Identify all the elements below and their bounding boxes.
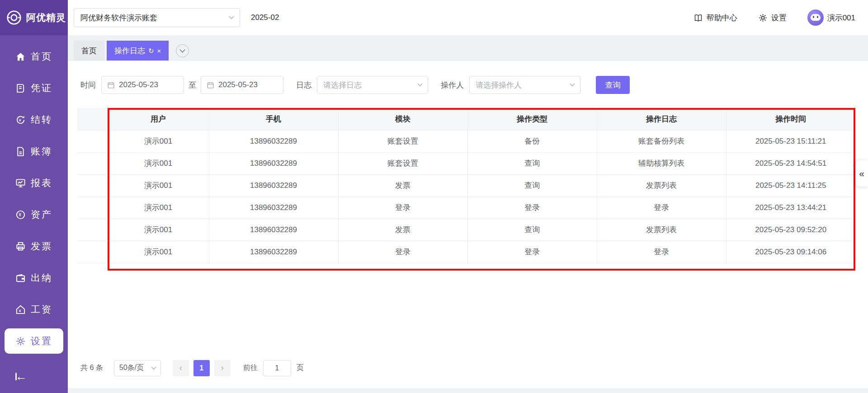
table-cell: 2025-05-23 13:44:21 xyxy=(726,196,855,219)
table-cell: 2025-05-23 14:11:25 xyxy=(726,174,855,196)
table-row: 演示00113896032289账套设置查询辅助核算列表2025-05-23 1… xyxy=(77,152,855,174)
table-cell: 发票 xyxy=(338,174,467,196)
sidebar-item-label: 凭证 xyxy=(31,82,52,94)
log-table-zone: 用户手机模块操作类型操作日志操作时间 演示00113896032289账套设置备… xyxy=(77,108,855,263)
sidebar-item-2[interactable]: 凭证 xyxy=(0,72,68,104)
main-area: 阿优财务软件演示账套 2025-02 帮助中心 设置 xyxy=(68,0,868,393)
mascot-avatar xyxy=(807,9,824,26)
table-header: 用户手机模块操作类型操作日志操作时间 xyxy=(77,108,855,130)
page-size-select[interactable]: 50条/页 xyxy=(114,360,161,376)
table-cell: 13896032289 xyxy=(209,152,338,174)
log-filter-label: 日志 xyxy=(296,80,311,90)
sidebar-item-7[interactable]: 发票 xyxy=(0,230,68,262)
table-cell: 登录 xyxy=(338,196,467,219)
account-set-select[interactable]: 阿优财务软件演示账套 xyxy=(74,8,240,27)
username-label: 演示001 xyxy=(827,13,855,23)
search-button[interactable]: 查询 xyxy=(596,76,630,94)
goto-page-input[interactable] xyxy=(263,360,291,376)
tab-home[interactable]: 首页 xyxy=(74,41,104,61)
content-panel: 时间 2025-05-23 至 2025-05-23 日志 请选择日志 xyxy=(68,61,868,388)
table-cell: 登录 xyxy=(338,241,467,263)
sidebar-item-1[interactable]: 首页 xyxy=(0,41,68,72)
settings-label: 设置 xyxy=(771,13,787,23)
table-cell: 备份 xyxy=(467,130,597,152)
sidebar-item-4[interactable]: 账簿 xyxy=(0,136,68,167)
sidebar-item-10[interactable]: 设置 xyxy=(5,328,63,354)
next-page-button[interactable]: › xyxy=(214,360,231,376)
table-cell: 查询 xyxy=(467,174,597,196)
period-label: 2025-02 xyxy=(251,13,279,22)
sidebar-item-label: 设置 xyxy=(31,335,52,347)
refresh-icon[interactable]: ↻ xyxy=(148,47,154,54)
table-row: 演示00113896032289发票查询发票列表2025-05-23 09:52… xyxy=(77,219,855,241)
page-size-value: 50条/页 xyxy=(119,363,144,373)
log-table: 用户手机模块操作类型操作日志操作时间 演示00113896032289账套设置备… xyxy=(77,108,855,263)
table-cell: 演示001 xyxy=(108,152,209,174)
date-to-input[interactable]: 2025-05-23 xyxy=(201,76,283,94)
table-cell: 13896032289 xyxy=(209,196,338,219)
help-center-label: 帮助中心 xyxy=(707,13,737,23)
close-icon[interactable]: × xyxy=(157,47,161,54)
column-header: 操作日志 xyxy=(597,108,726,130)
sidebar-item-label: 首页 xyxy=(31,50,52,63)
operator-select-placeholder: 请选择操作人 xyxy=(476,80,522,90)
column-header: 手机 xyxy=(209,108,338,130)
table-cell: 2025-05-23 09:52:20 xyxy=(726,219,855,241)
sidebar-item-6[interactable]: ¥资产 xyxy=(0,199,68,230)
table-cell: 演示001 xyxy=(108,241,209,263)
gutter-cell xyxy=(77,196,108,219)
gutter-cell xyxy=(77,130,108,152)
operator-select[interactable]: 请选择操作人 xyxy=(469,76,580,94)
invoice-icon xyxy=(15,241,26,252)
sidebar-collapse-button[interactable]: ← xyxy=(15,370,27,382)
asset-icon: ¥ xyxy=(15,210,26,220)
help-center-button[interactable]: 帮助中心 xyxy=(693,13,737,23)
tab-list-dropdown[interactable] xyxy=(176,41,189,61)
user-menu[interactable]: 演示001 xyxy=(807,9,855,26)
column-header: 操作时间 xyxy=(726,108,855,130)
page-number-button[interactable]: 1 xyxy=(193,360,210,376)
prev-page-button[interactable]: ‹ xyxy=(173,360,189,376)
sidebar-item-3[interactable]: ¥结转 xyxy=(0,104,68,136)
sidebar-item-label: 资产 xyxy=(31,208,52,221)
sidebar-item-label: 工资 xyxy=(31,303,52,316)
gutter-cell xyxy=(77,152,108,174)
sidebar-item-label: 账簿 xyxy=(31,145,52,158)
right-drawer-handle[interactable]: « xyxy=(855,160,868,187)
gutter-header-cell xyxy=(77,108,108,130)
tab-operation-log[interactable]: 操作日志 ↻ × xyxy=(107,41,169,61)
calendar-icon xyxy=(207,81,214,89)
chevron-down-icon xyxy=(570,81,575,86)
page-unit-label: 页 xyxy=(297,363,304,373)
time-filter-label: 时间 xyxy=(80,80,96,90)
table-cell: 2025-05-23 09:14:06 xyxy=(726,241,855,263)
table-cell: 13896032289 xyxy=(209,130,338,152)
sidebar-item-9[interactable]: ¥工资 xyxy=(0,294,68,325)
date-from-value: 2025-05-23 xyxy=(119,80,158,89)
sidebar-item-8[interactable]: 出纳 xyxy=(0,262,68,294)
sidebar-item-label: 报表 xyxy=(31,177,52,189)
date-from-input[interactable]: 2025-05-23 xyxy=(101,76,184,94)
pagination-bar: 共 6 条 50条/页 ‹ 1 › 前往 页 xyxy=(80,360,868,376)
table-cell: 发票列表 xyxy=(597,219,726,241)
table-cell: 账套设置 xyxy=(338,152,467,174)
operator-filter-label: 操作人 xyxy=(441,80,464,90)
header-right: 帮助中心 设置 演示001 xyxy=(693,9,855,26)
sidebar-item-label: 结转 xyxy=(31,113,52,126)
settings-button[interactable]: 设置 xyxy=(758,13,787,23)
date-to-value: 2025-05-23 xyxy=(218,80,258,89)
sidebar-nav: 首页凭证¥结转账簿报表¥资产发票出纳¥工资设置 xyxy=(0,35,68,354)
to-label: 至 xyxy=(189,80,196,90)
table-cell: 查询 xyxy=(467,219,597,241)
bottom-strip xyxy=(68,388,868,393)
svg-text:¥: ¥ xyxy=(18,117,22,122)
column-header: 用户 xyxy=(108,108,209,130)
table-cell: 13896032289 xyxy=(209,241,338,263)
log-select[interactable]: 请选择日志 xyxy=(317,76,428,94)
table-cell: 登录 xyxy=(467,241,597,263)
table-row: 演示00113896032289登录登录登录2025-05-23 09:14:0… xyxy=(77,241,855,263)
table-cell: 演示001 xyxy=(108,196,209,219)
svg-text:¥: ¥ xyxy=(18,212,23,217)
table-row: 演示00113896032289账套设置备份账套备份列表2025-05-23 1… xyxy=(77,130,855,152)
sidebar-item-5[interactable]: 报表 xyxy=(0,167,68,199)
